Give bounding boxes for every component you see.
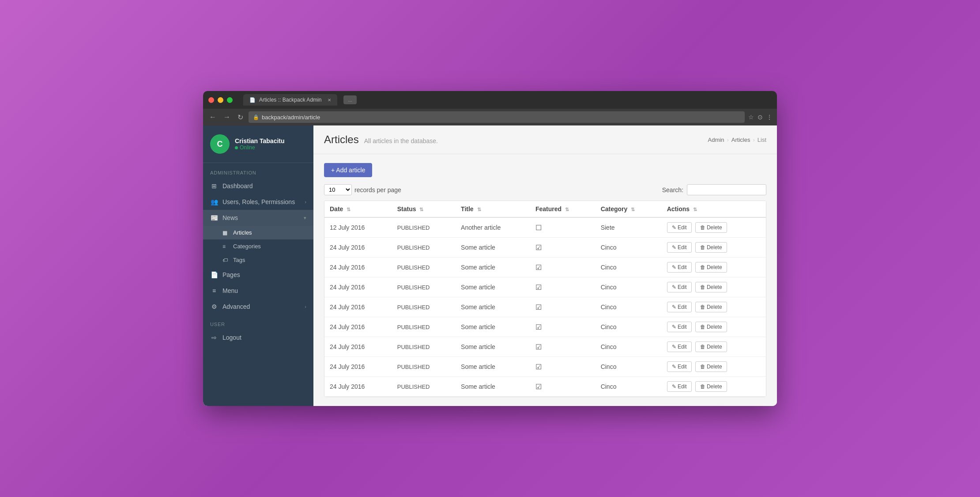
sidebar-item-logout[interactable]: ⇨ Logout <box>203 330 313 345</box>
cell-actions: ✎ Edit 🗑 Delete <box>662 377 766 397</box>
edit-button[interactable]: ✎ Edit <box>667 262 692 273</box>
col-header-title[interactable]: Title ⇅ <box>456 201 530 217</box>
cell-actions: ✎ Edit 🗑 Delete <box>662 258 766 277</box>
address-bar[interactable]: 🔒 backpack/admin/article <box>249 111 745 123</box>
records-label: records per page <box>354 186 401 193</box>
cell-title: Another article <box>456 217 530 238</box>
status-dot <box>235 146 238 149</box>
close-button[interactable] <box>208 97 214 103</box>
table-body: 12 July 2016 PUBLISHED Another article ☐… <box>324 217 766 397</box>
search-input[interactable] <box>687 184 766 195</box>
records-per-page-select[interactable]: 10 25 50 <box>324 184 352 195</box>
user-section-label: User <box>203 315 313 330</box>
lock-icon: 🔒 <box>253 114 259 120</box>
sidebar-item-label: Advanced <box>222 303 250 310</box>
maximize-button[interactable] <box>227 97 233 103</box>
cell-featured: ☑ <box>530 297 596 317</box>
sidebar-item-advanced[interactable]: ⚙ Advanced › <box>203 299 313 315</box>
delete-button[interactable]: 🗑 Delete <box>695 341 727 352</box>
page-title: Articles <box>324 133 359 146</box>
cell-featured: ☑ <box>530 238 596 258</box>
table-row: 24 July 2016 PUBLISHED Some article ☑ Ci… <box>324 297 766 317</box>
minimize-button[interactable] <box>218 97 223 103</box>
toolbar-row: + Add article <box>324 163 766 177</box>
cell-status: PUBLISHED <box>392 317 456 337</box>
breadcrumb-sep-1: › <box>727 137 728 143</box>
menu-icon[interactable]: ⋮ <box>766 114 773 121</box>
delete-button[interactable]: 🗑 Delete <box>695 222 727 233</box>
add-article-button[interactable]: + Add article <box>324 163 372 177</box>
breadcrumb-admin[interactable]: Admin <box>708 137 724 143</box>
cell-featured: ☑ <box>530 357 596 377</box>
col-header-status[interactable]: Status ⇅ <box>392 201 456 217</box>
cell-date: 24 July 2016 <box>324 238 392 258</box>
cell-date: 24 July 2016 <box>324 297 392 317</box>
cell-status: PUBLISHED <box>392 357 456 377</box>
delete-button[interactable]: 🗑 Delete <box>695 361 727 372</box>
delete-button[interactable]: 🗑 Delete <box>695 381 727 392</box>
forward-button[interactable]: → <box>222 112 232 122</box>
admin-section-label: Administration <box>203 163 313 178</box>
cell-featured: ☑ <box>530 258 596 277</box>
extra-tab[interactable]: ... <box>343 95 356 104</box>
delete-button[interactable]: 🗑 Delete <box>695 302 727 312</box>
sidebar-sub-item-categories[interactable]: ≡ Categories <box>203 239 313 253</box>
cell-title: Some article <box>456 277 530 297</box>
breadcrumb-articles[interactable]: Articles <box>731 137 750 143</box>
sidebar-item-pages[interactable]: 📄 Pages <box>203 267 313 283</box>
cell-featured: ☑ <box>530 377 596 397</box>
sidebar-item-users[interactable]: 👥 Users, Roles, Permissions › <box>203 194 313 210</box>
page-title-area: Articles All articles in the database. <box>324 133 438 146</box>
categories-icon: ≡ <box>222 243 230 250</box>
cell-featured: ☑ <box>530 317 596 337</box>
delete-button[interactable]: 🗑 Delete <box>695 282 727 292</box>
delete-button[interactable]: 🗑 Delete <box>695 262 727 273</box>
dashboard-icon: ⊞ <box>210 182 218 190</box>
col-header-date[interactable]: Date ⇅ <box>324 201 392 217</box>
delete-button[interactable]: 🗑 Delete <box>695 322 727 332</box>
cell-status: PUBLISHED <box>392 377 456 397</box>
refresh-button[interactable]: ↻ <box>236 112 245 122</box>
edit-button[interactable]: ✎ Edit <box>667 322 692 332</box>
cell-category: Cinco <box>596 337 662 357</box>
sidebar-sub-label: Tags <box>233 257 245 263</box>
cell-title: Some article <box>456 238 530 258</box>
sidebar-item-label: Dashboard <box>222 182 253 190</box>
sidebar-item-news[interactable]: 📰 News ▾ <box>203 210 313 226</box>
edit-button[interactable]: ✎ Edit <box>667 361 692 372</box>
cell-featured: ☑ <box>530 277 596 297</box>
edit-button[interactable]: ✎ Edit <box>667 381 692 392</box>
browser-tab[interactable]: 📄 Articles :: Backpack Admin ✕ <box>243 94 337 106</box>
bookmark-icon[interactable]: ☆ <box>748 114 754 121</box>
edit-button[interactable]: ✎ Edit <box>667 341 692 352</box>
cell-date: 12 July 2016 <box>324 217 392 238</box>
cell-status: PUBLISHED <box>392 297 456 317</box>
col-header-featured[interactable]: Featured ⇅ <box>530 201 596 217</box>
col-header-category[interactable]: Category ⇅ <box>596 201 662 217</box>
back-button[interactable]: ← <box>207 112 218 122</box>
chevron-down-icon: ▾ <box>304 215 306 221</box>
cell-actions: ✎ Edit 🗑 Delete <box>662 238 766 258</box>
cell-actions: ✎ Edit 🗑 Delete <box>662 317 766 337</box>
sidebar-item-dashboard[interactable]: ⊞ Dashboard <box>203 178 313 194</box>
content-area: + Add article 10 25 50 records per page … <box>313 154 777 406</box>
tab-close-icon[interactable]: ✕ <box>328 98 331 102</box>
account-icon[interactable]: ⊙ <box>758 114 763 121</box>
edit-button[interactable]: ✎ Edit <box>667 242 692 253</box>
cell-actions: ✎ Edit 🗑 Delete <box>662 337 766 357</box>
edit-button[interactable]: ✎ Edit <box>667 302 692 312</box>
sort-icon-status: ⇅ <box>419 207 423 212</box>
edit-button[interactable]: ✎ Edit <box>667 282 692 292</box>
cell-featured: ☑ <box>530 337 596 357</box>
sidebar-item-label: Pages <box>222 271 240 278</box>
cell-actions: ✎ Edit 🗑 Delete <box>662 277 766 297</box>
page-header: Articles All articles in the database. A… <box>313 125 777 154</box>
delete-button[interactable]: 🗑 Delete <box>695 242 727 253</box>
edit-button[interactable]: ✎ Edit <box>667 222 692 233</box>
sidebar-item-menu[interactable]: ≡ Menu <box>203 283 313 299</box>
sidebar-sub-item-articles[interactable]: ▦ Articles <box>203 226 313 239</box>
sort-icon-date: ⇅ <box>347 207 351 212</box>
app-container: C Cristian Tabacitu Online Administratio… <box>203 125 777 406</box>
sidebar-sub-item-tags[interactable]: 🏷 Tags <box>203 253 313 267</box>
search-label: Search: <box>662 186 683 193</box>
